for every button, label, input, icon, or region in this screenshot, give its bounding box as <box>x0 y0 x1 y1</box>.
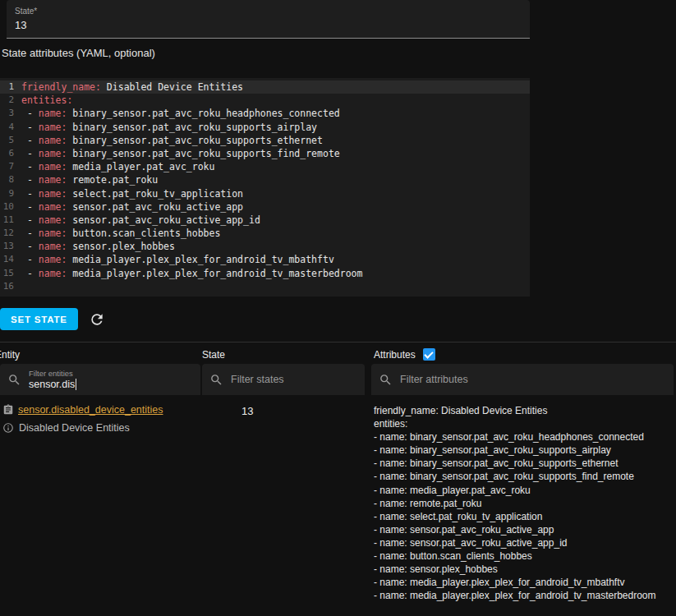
attribute-line: - name: button.scan_clients_hobbes <box>374 549 676 563</box>
filter-states-input[interactable]: Filter states <box>202 364 365 395</box>
code-text: - name: remote.pat_roku <box>18 173 158 186</box>
yaml-dash: - <box>21 254 39 265</box>
code-line[interactable]: 3 - name: binary_sensor.pat_avc_roku_hea… <box>0 107 530 120</box>
yaml-key: name: <box>39 161 67 172</box>
yaml-editor[interactable]: 1 friendly_name: Disabled Device Entitie… <box>0 78 530 297</box>
code-text: - name: binary_sensor.pat_avc_roku_suppo… <box>18 147 340 160</box>
yaml-dash: - <box>21 214 39 226</box>
yaml-key: entities: <box>21 94 72 106</box>
code-text: friendly_name: Disabled Device Entities <box>18 80 243 94</box>
code-line[interactable]: 4 - name: binary_sensor.pat_avc_roku_sup… <box>0 121 530 134</box>
set-state-button[interactable]: SET STATE <box>0 308 78 330</box>
code-text: - name: media_player.plex_plex_for_andro… <box>18 267 362 280</box>
line-number: 5 <box>0 134 18 147</box>
code-text: entities: <box>18 94 72 107</box>
line-number: 15 <box>0 267 18 280</box>
yaml-key: name: <box>39 148 67 159</box>
code-line[interactable]: 15 - name: media_player.plex_plex_for_an… <box>0 267 530 280</box>
code-text: - name: sensor.pat_avc_roku_active_app_i… <box>18 214 260 227</box>
attribute-line: - name: binary_sensor.pat_avc_roku_suppo… <box>374 470 676 483</box>
text-caret <box>76 379 76 390</box>
entity-id-link[interactable]: sensor.disabled_device_entities <box>18 404 163 416</box>
line-number: 7 <box>0 160 18 173</box>
line-number: 2 <box>0 94 18 107</box>
refresh-button[interactable] <box>89 311 105 328</box>
entity-friendly-name: Disabled Device Entities <box>19 422 130 434</box>
line-number: 16 <box>0 280 18 293</box>
line-number: 3 <box>0 107 18 120</box>
info-icon[interactable] <box>2 422 14 434</box>
filter-states-placeholder: Filter states <box>231 374 284 385</box>
yaml-value: sensor.plex_hobbes <box>67 241 175 252</box>
line-number: 10 <box>0 200 18 214</box>
yaml-key: name: <box>39 241 67 252</box>
yaml-key: name: <box>39 201 67 213</box>
code-line[interactable]: 7 - name: media_player.pat_avc_roku <box>0 160 530 173</box>
search-icon <box>379 373 393 387</box>
state-input[interactable]: State* 13 <box>7 0 530 39</box>
filter-entities-input[interactable]: Filter entities sensor.dis <box>0 364 200 395</box>
line-number: 6 <box>0 147 18 160</box>
attribute-line: - name: binary_sensor.pat_avc_roku_headp… <box>374 430 676 444</box>
clipboard-icon[interactable] <box>2 404 14 416</box>
yaml-value: binary_sensor.pat_avc_roku_headphones_co… <box>67 108 339 119</box>
attributes-column-header: Attributes <box>374 348 676 361</box>
code-line[interactable]: 2 entities: <box>0 94 530 107</box>
state-input-label: State* <box>15 7 37 16</box>
code-text: - name: button.scan_clients_hobbes <box>18 227 220 240</box>
attributes-checkbox[interactable] <box>423 348 435 361</box>
filter-row: Filter entities sensor.dis Filter states… <box>0 364 676 395</box>
yaml-value: binary_sensor.pat_avc_roku_supports_airp… <box>67 122 317 133</box>
code-text: - name: media_player.pat_avc_roku <box>18 160 214 173</box>
line-number: 9 <box>0 187 18 200</box>
table-header-row: Entity State Attributes <box>0 348 676 361</box>
state-column-header: State <box>202 349 374 361</box>
attributes-cell: friendly_name: Disabled Device Entities … <box>374 401 676 602</box>
yaml-section-label: State attributes (YAML, optional) <box>2 47 155 59</box>
code-text: - name: binary_sensor.pat_avc_roku_suppo… <box>18 121 317 134</box>
yaml-dash: - <box>21 161 39 172</box>
yaml-value: remote.pat_roku <box>67 174 158 186</box>
code-line[interactable]: 16 <box>0 280 530 293</box>
code-line[interactable]: 11 - name: sensor.pat_avc_roku_active_ap… <box>0 214 530 227</box>
table-row: sensor.disabled_device_entities Disabled… <box>0 401 676 602</box>
yaml-key: friendly_name: <box>21 81 101 93</box>
yaml-key: name: <box>39 108 67 119</box>
attribute-line: - name: sensor.plex_hobbes <box>374 563 676 576</box>
yaml-value: media_player.plex_plex_for_android_tv_ma… <box>67 268 362 279</box>
filter-entities-label: Filter entities <box>29 369 76 379</box>
yaml-dash: - <box>21 135 39 146</box>
code-line[interactable]: 12 - name: button.scan_clients_hobbes <box>0 227 530 240</box>
attribute-line: - name: media_player.pat_avc_roku <box>374 484 676 497</box>
yaml-dash: - <box>21 122 39 133</box>
attribute-line: - name: media_player.plex_plex_for_andro… <box>374 589 676 602</box>
yaml-dash: - <box>21 268 39 279</box>
entity-column-header: Entity <box>0 349 202 361</box>
code-line[interactable]: 9 - name: select.pat_roku_tv_application <box>0 187 530 200</box>
line-number: 4 <box>0 121 18 134</box>
yaml-value: select.pat_roku_tv_application <box>67 188 243 200</box>
yaml-dash: - <box>21 108 39 119</box>
code-line[interactable]: 14 - name: media_player.plex_plex_for_an… <box>0 253 530 266</box>
filter-attributes-input[interactable]: Filter attributes <box>371 364 674 395</box>
code-text: - name: sensor.pat_avc_roku_active_app <box>18 200 243 214</box>
yaml-value: binary_sensor.pat_avc_roku_supports_find… <box>67 148 339 159</box>
yaml-dash: - <box>21 174 39 186</box>
code-line[interactable]: 10 - name: sensor.pat_avc_roku_active_ap… <box>0 200 530 214</box>
code-line[interactable]: 13 - name: sensor.plex_hobbes <box>0 240 530 253</box>
yaml-dash: - <box>21 201 39 213</box>
section-divider <box>0 342 676 342</box>
code-line[interactable]: 5 - name: binary_sensor.pat_avc_roku_sup… <box>0 134 530 147</box>
line-number: 12 <box>0 227 18 240</box>
yaml-value: media_player.plex_plex_for_android_tv_mb… <box>67 254 333 265</box>
code-line[interactable]: 6 - name: binary_sensor.pat_avc_roku_sup… <box>0 147 530 160</box>
code-line[interactable]: 1 friendly_name: Disabled Device Entitie… <box>0 80 530 94</box>
yaml-key: name: <box>39 214 67 226</box>
yaml-dash: - <box>21 188 39 200</box>
attribute-line: - name: sensor.pat_avc_roku_active_app <box>374 523 676 536</box>
code-line[interactable]: 8 - name: remote.pat_roku <box>0 173 530 186</box>
attribute-line: - name: binary_sensor.pat_avc_roku_suppo… <box>374 444 676 457</box>
yaml-key: name: <box>39 228 67 239</box>
attribute-line: - name: remote.pat_roku <box>374 497 676 510</box>
code-text: - name: media_player.plex_plex_for_andro… <box>18 253 334 266</box>
